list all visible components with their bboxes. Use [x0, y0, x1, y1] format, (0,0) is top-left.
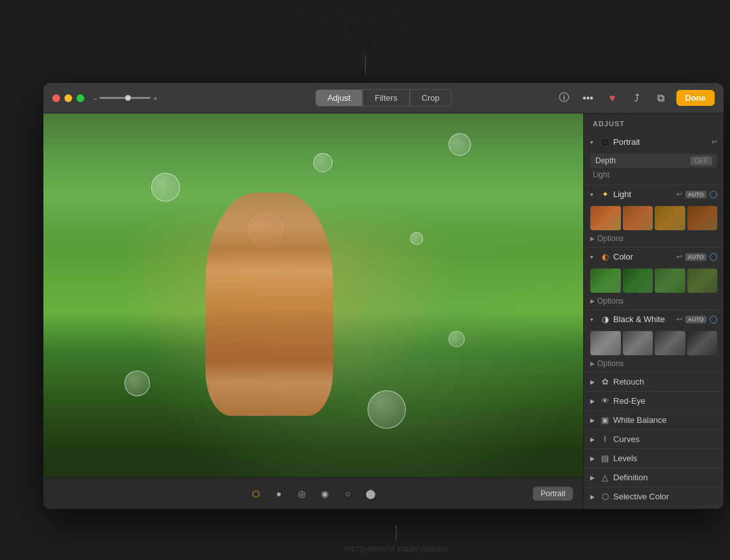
whitebalance-section[interactable]: ▶ ▣ White Balance — [584, 411, 724, 430]
favorite-button[interactable]: ♥ — [604, 89, 622, 107]
whitebalance-chevron-icon: ▶ — [590, 417, 597, 424]
tool-icon-3[interactable]: ◉ — [318, 487, 332, 501]
more-button[interactable]: ••• — [579, 89, 597, 107]
bubble-2 — [313, 153, 332, 172]
color-section: ▾ ◐ Color ↩ AUTO ▶ Op — [584, 247, 724, 310]
color-thumb-2[interactable] — [623, 269, 653, 293]
bw-thumb-1[interactable] — [590, 331, 621, 355]
brightness-control: – + — [93, 94, 158, 102]
color-thumb-1[interactable] — [590, 269, 621, 293]
bw-section-header[interactable]: ▾ ◑ Black & White ↩ AUTO — [584, 310, 724, 328]
maximize-button[interactable] — [77, 94, 84, 102]
portrait-icon: ⊙ — [600, 137, 610, 147]
redeye-label: Red-Eye — [613, 396, 717, 406]
right-panel: ADJUST ▾ ⊙ Portrait ↩ Depth OFF Light — [583, 114, 724, 509]
curves-label: Curves — [613, 434, 717, 444]
color-dot-indicator — [710, 253, 717, 261]
light-section: ▾ ✦ Light ↩ AUTO ▶ Op — [584, 185, 724, 247]
portrait-sub: Depth OFF Light — [584, 151, 724, 184]
app-window: – + Adjust Filters Crop ⓘ ••• ♥ ⤴ ⧉ Done — [43, 83, 724, 509]
portrait-label: Portrait — [613, 137, 708, 147]
light-thumb-4[interactable] — [687, 206, 718, 230]
color-thumb-4[interactable] — [687, 269, 718, 293]
color-undo-icon[interactable]: ↩ — [676, 253, 682, 261]
depth-label: Depth — [595, 156, 690, 165]
color-options-label: Options — [597, 297, 623, 306]
definition-section[interactable]: ▶ △ Definition — [584, 468, 724, 487]
tab-crop[interactable]: Crop — [410, 89, 452, 107]
color-section-header[interactable]: ▾ ◐ Color ↩ AUTO — [584, 247, 724, 266]
light-thumb-1[interactable] — [590, 206, 621, 230]
levels-chevron-icon: ▶ — [590, 455, 597, 462]
bw-options-label: Options — [597, 359, 623, 368]
bw-controls: ↩ AUTO — [676, 315, 717, 323]
retouch-chevron-icon: ▶ — [590, 379, 597, 385]
titlebar: – + Adjust Filters Crop ⓘ ••• ♥ ⤴ ⧉ Done — [43, 83, 724, 114]
light-thumbnails — [584, 203, 724, 233]
color-options-row[interactable]: ▶ Options — [584, 295, 724, 309]
duplicate-button[interactable]: ⧉ — [652, 89, 670, 107]
light-section-header[interactable]: ▾ ✦ Light ↩ AUTO — [584, 185, 724, 203]
portrait-mode-icon[interactable]: ⬡ — [249, 487, 263, 501]
color-thumb-3[interactable] — [655, 269, 685, 293]
redeye-icon: 👁 — [600, 396, 610, 406]
selectivecolor-icon: ⬡ — [600, 492, 610, 501]
light-options-chevron-icon: ▶ — [590, 235, 595, 242]
bottom-toolbar: ⬡ ● ◎ ◉ ○ ⬤ Portrait — [43, 477, 583, 509]
brightness-max-icon: + — [153, 94, 157, 102]
tab-filters[interactable]: Filters — [362, 89, 409, 107]
portrait-section-header[interactable]: ▾ ⊙ Portrait ↩ — [584, 133, 724, 151]
share-button[interactable]: ⤴ — [628, 89, 646, 107]
bw-dot-indicator — [710, 316, 717, 323]
bw-thumb-2[interactable] — [623, 331, 653, 355]
light-label: Light — [613, 189, 673, 199]
levels-icon: ▤ — [600, 453, 610, 463]
light-thumb-2[interactable] — [623, 206, 653, 230]
photo-image — [43, 114, 583, 509]
tool-icon-4[interactable]: ○ — [341, 487, 355, 501]
content-area: ⬡ ● ◎ ◉ ○ ⬤ Portrait ADJUST ▾ ⊙ Portrait… — [43, 114, 724, 509]
light-auto-badge: AUTO — [685, 191, 706, 198]
info-button[interactable]: ⓘ — [555, 89, 573, 107]
bw-thumb-3[interactable] — [655, 331, 685, 355]
light-chevron-icon: ▾ — [590, 191, 597, 198]
titlebar-right: ⓘ ••• ♥ ⤴ ⧉ Done — [555, 89, 715, 107]
subject-figure — [205, 193, 333, 416]
light-options-label: Options — [597, 234, 623, 243]
selectivecolor-chevron-icon: ▶ — [590, 494, 597, 500]
bw-undo-icon[interactable]: ↩ — [676, 315, 682, 323]
selectivecolor-section[interactable]: ▶ ⬡ Selective Color — [584, 487, 724, 506]
tool-icon-5[interactable]: ⬤ — [364, 487, 378, 501]
definition-chevron-icon: ▶ — [590, 475, 597, 481]
bw-options-row[interactable]: ▶ Options — [584, 358, 724, 372]
brightness-slider[interactable] — [100, 97, 151, 99]
bubble-8 — [449, 133, 471, 156]
minimize-button[interactable] — [64, 94, 72, 102]
curves-icon: ⌇ — [600, 434, 610, 444]
light-undo-icon[interactable]: ↩ — [676, 190, 682, 198]
levels-section[interactable]: ▶ ▤ Levels — [584, 449, 724, 468]
tool-icon-1[interactable]: ● — [272, 487, 286, 501]
annotation-line — [396, 525, 396, 541]
light-options-row[interactable]: ▶ Options — [584, 233, 724, 247]
bw-section: ▾ ◑ Black & White ↩ AUTO ▶ — [584, 310, 724, 372]
color-chevron-icon: ▾ — [590, 254, 597, 260]
bw-options-chevron-icon: ▶ — [590, 360, 595, 367]
redeye-section[interactable]: ▶ 👁 Red-Eye — [584, 392, 724, 411]
light-icon: ✦ — [600, 189, 610, 199]
selectivecolor-label: Selective Color — [613, 492, 717, 501]
color-auto-badge: AUTO — [685, 253, 706, 261]
close-button[interactable] — [52, 94, 60, 102]
portrait-label-button[interactable]: Portrait — [533, 487, 573, 501]
light-thumb-3[interactable] — [655, 206, 685, 230]
color-label: Color — [613, 252, 673, 262]
retouch-section[interactable]: ▶ ✿ Retouch — [584, 372, 724, 392]
curves-section[interactable]: ▶ ⌇ Curves — [584, 430, 724, 449]
tool-icon-2[interactable]: ◎ — [295, 487, 309, 501]
portrait-undo-icon[interactable]: ↩ — [711, 138, 717, 146]
bw-thumb-4[interactable] — [687, 331, 718, 355]
done-button[interactable]: Done — [676, 90, 715, 106]
traffic-lights — [52, 94, 84, 102]
color-options-chevron-icon: ▶ — [590, 298, 595, 304]
tab-adjust[interactable]: Adjust — [315, 89, 362, 107]
